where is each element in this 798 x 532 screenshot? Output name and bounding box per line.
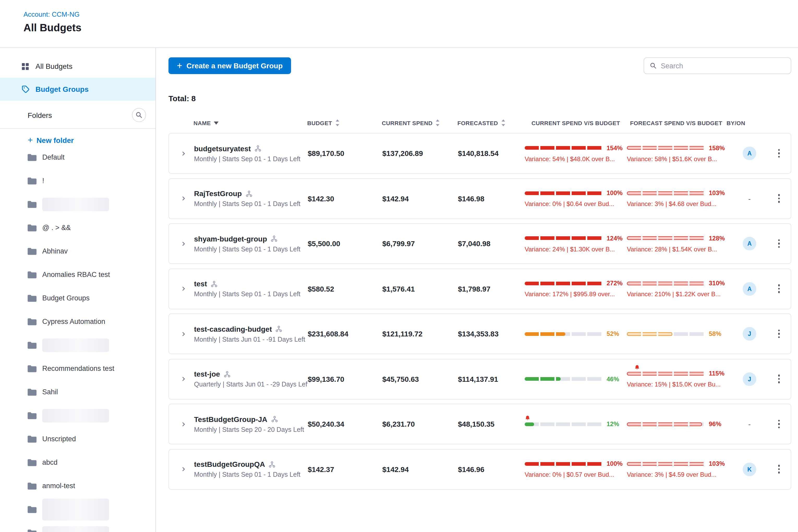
current-spend-value: $6,799.97	[382, 240, 458, 248]
current-vs-budget-bar	[525, 236, 603, 240]
column-budget[interactable]: BUDGET	[307, 119, 382, 126]
current-vs-budget-bar	[525, 191, 603, 195]
row-menu-button[interactable]	[766, 191, 792, 206]
row-expander[interactable]	[169, 331, 194, 337]
row-menu-button[interactable]	[766, 462, 792, 477]
row-expander[interactable]	[169, 466, 194, 472]
new-folder-button[interactable]: + New folder	[27, 136, 155, 145]
folder-label: Cypress Automation	[42, 318, 106, 325]
budget-group-name[interactable]: test-joe	[194, 370, 220, 378]
folder-item-loading	[0, 333, 155, 357]
row-expander[interactable]	[169, 241, 194, 246]
current-spend-value: $45,750.63	[382, 375, 458, 383]
search-icon	[136, 112, 142, 118]
table-row[interactable]: test-cascading-budgetMonthly | Starts Ju…	[169, 314, 791, 354]
budget-group-period: Monthly | Starts Sep 01 - 1 Days Left	[194, 200, 308, 208]
budget-group-name[interactable]: budgetsuryatest	[194, 144, 251, 153]
forecasted-value: $146.98	[458, 194, 525, 203]
budget-group-name[interactable]: test	[194, 280, 207, 288]
folder-item[interactable]: anmol-test	[0, 474, 155, 498]
name-cell: shyam-budget-groupMonthly | Starts Sep 0…	[194, 234, 308, 253]
row-expander[interactable]	[169, 286, 194, 291]
budget-group-members-icon	[245, 190, 252, 197]
current-vs-budget-variance: Variance: 172% | $995.89 over...	[525, 290, 627, 298]
forecast-vs-budget-cell: 103%Variance: 3% | $4.68 over Bud...	[627, 189, 733, 208]
folder-item[interactable]: @ . > &&	[0, 216, 155, 240]
folder-item[interactable]: Recommendations test	[0, 357, 155, 380]
avatar: J	[743, 327, 756, 341]
budget-group-name[interactable]: test-cascading-budget	[194, 325, 272, 333]
budget-group-period: Monthly | Starts Sep 01 - 1 Days Left	[194, 471, 308, 478]
create-budget-group-button[interactable]: + Create a new Budget Group	[169, 57, 291, 74]
new-folder-label: New folder	[37, 136, 74, 144]
budget-group-name[interactable]: shyam-budget-group	[194, 234, 267, 243]
folder-item[interactable]: Sahil	[0, 380, 155, 404]
folder-label: anmol-test	[42, 482, 75, 490]
forecast-vs-budget-bar	[627, 372, 705, 375]
budget-group-period: Monthly | Starts Sep 20 - 20 Days Left	[194, 426, 308, 433]
row-menu-button[interactable]	[766, 236, 792, 251]
folder-item[interactable]: abcd	[0, 451, 155, 474]
column-current-spend[interactable]: CURRENT SPEND	[382, 119, 457, 126]
table-body: budgetsuryatestMonthly | Starts Sep 01 -…	[169, 133, 791, 490]
row-menu-button[interactable]	[766, 326, 792, 341]
folders-heading: Folders	[27, 111, 52, 119]
current-spend-value: $142.94	[382, 465, 458, 473]
folder-icon	[27, 529, 37, 532]
byon-cell: -	[733, 420, 766, 428]
budget-group-name[interactable]: TestBudgetGroup-JA	[194, 415, 267, 423]
row-menu-button[interactable]	[766, 417, 792, 432]
budget-group-name[interactable]: RajTestGroup	[194, 189, 242, 198]
folder-item[interactable]: Unscripted	[0, 427, 155, 451]
row-expander[interactable]	[169, 150, 194, 156]
column-by-on: BY/ON	[726, 120, 765, 126]
table-row[interactable]: budgetsuryatestMonthly | Starts Sep 01 -…	[169, 133, 791, 174]
chevron-right-icon	[180, 241, 186, 246]
sidebar-item-budget-groups[interactable]: Budget Groups	[0, 78, 155, 101]
table-row[interactable]: RajTestGroupMonthly | Starts Sep 01 - 1 …	[169, 178, 791, 219]
budget-group-name[interactable]: testBudgetGroupQA	[194, 460, 265, 468]
chevron-right-icon	[180, 421, 186, 427]
column-name[interactable]: NAME	[193, 120, 307, 126]
current-vs-budget-variance: Variance: 0% | $0.57 over Bud...	[525, 471, 627, 478]
table-row[interactable]: TestBudgetGroup-JAMonthly | Starts Sep 2…	[169, 404, 791, 444]
forecast-vs-budget-cell: 128%Variance: 28% | $1.54K over B...	[627, 234, 733, 253]
table-row[interactable]: testMonthly | Starts Sep 01 - 1 Days Lef…	[169, 268, 791, 309]
forecast-vs-budget-variance: Variance: 3% | $4.59 over Bud...	[627, 471, 733, 478]
folder-item[interactable]: !	[0, 169, 155, 192]
current-vs-budget-percent: 46%	[607, 375, 619, 383]
forecast-vs-budget-variance: Variance: 210% | $1.22K over B...	[627, 290, 733, 298]
search-input[interactable]	[661, 62, 785, 70]
alert-bell-icon	[634, 364, 640, 370]
sidebar-item-all-budgets[interactable]: All Budgets	[0, 55, 155, 78]
row-expander[interactable]	[169, 376, 194, 382]
folder-item-loading	[0, 192, 155, 216]
current-vs-budget-cell: 272%Variance: 172% | $995.89 over...	[525, 280, 627, 298]
byon-cell: -	[733, 194, 766, 203]
folder-item[interactable]: Abhinav	[0, 240, 155, 263]
folder-item[interactable]: Budget Groups	[0, 286, 155, 310]
row-expander[interactable]	[169, 421, 194, 427]
row-menu-button[interactable]	[766, 146, 792, 161]
budget-group-period: Monthly | Starts Jun 01 - -91 Days Left	[194, 336, 308, 343]
byon-cell: J	[733, 327, 766, 341]
column-forecasted[interactable]: FORECASTED	[457, 119, 524, 126]
table-row[interactable]: testBudgetGroupQAMonthly | Starts Sep 01…	[169, 449, 791, 490]
forecast-vs-budget-percent: 58%	[709, 330, 721, 338]
avatar: K	[743, 462, 756, 476]
folder-item[interactable]: Cypress Automation	[0, 310, 155, 333]
row-menu-button[interactable]	[766, 281, 792, 296]
table-row[interactable]: test-joeQuarterly | Starts Jun 01 - -29 …	[169, 359, 791, 399]
folder-icon	[27, 482, 37, 490]
forecast-vs-budget-percent: 158%	[709, 144, 725, 152]
current-vs-budget-bar	[525, 377, 603, 381]
folder-item[interactable]: Default	[0, 146, 155, 169]
search-box[interactable]	[644, 57, 791, 74]
folder-item[interactable]: Anomalies RBAC test	[0, 263, 155, 286]
search-icon	[650, 62, 657, 69]
account-breadcrumb[interactable]: Account: CCM-NG	[23, 11, 798, 18]
table-row[interactable]: shyam-budget-groupMonthly | Starts Sep 0…	[169, 223, 791, 264]
row-menu-button[interactable]	[766, 372, 792, 386]
row-expander[interactable]	[169, 195, 194, 201]
folder-search-button[interactable]	[132, 108, 146, 122]
